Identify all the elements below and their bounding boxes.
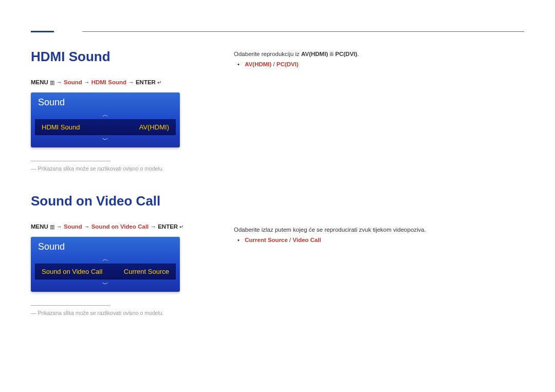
crumb-hdmi-sound: HDMI Sound bbox=[91, 79, 126, 85]
menu-icon: ▥ bbox=[50, 224, 54, 230]
separator: / bbox=[271, 61, 276, 67]
text: . bbox=[357, 51, 359, 57]
option-pc-dvi: PC(DVI) bbox=[276, 61, 299, 67]
enter-label: ENTER bbox=[136, 79, 156, 85]
menu-icon: ▥ bbox=[50, 80, 54, 85]
manual-page: HDMI Sound MENU ▥ → Sound → HDMI Sound →… bbox=[0, 0, 555, 392]
menu-label: MENU bbox=[31, 223, 48, 230]
section-hdmi-sound-left: HDMI Sound MENU ▥ → Sound → HDMI Sound →… bbox=[31, 49, 234, 172]
breadcrumb: MENU ▥ → Sound → HDMI Sound → ENTER ↵ bbox=[31, 79, 234, 85]
osd-row-sound-on-video-call: Sound on Video Call Current Source bbox=[35, 264, 176, 279]
crumb-sound: Sound bbox=[64, 79, 82, 85]
osd-title: Sound bbox=[31, 92, 180, 110]
description: Odaberite reprodukciju iz AV(HDMI) ili P… bbox=[234, 51, 524, 57]
top-rule-line bbox=[82, 31, 524, 32]
chevron-up-icon: ︿ bbox=[31, 254, 180, 264]
page-body: HDMI Sound MENU ▥ → Sound → HDMI Sound →… bbox=[31, 49, 524, 316]
bullet-dot-icon: • bbox=[234, 237, 243, 243]
osd-row-hdmi-sound: HDMI Sound AV(HDMI) bbox=[35, 119, 176, 135]
option-av-hdmi: AV(HDMI) bbox=[301, 51, 328, 57]
osd-title: Sound bbox=[31, 237, 180, 254]
option-av-hdmi: AV(HDMI) bbox=[245, 61, 271, 67]
footnote: ― Prikazana slika može se razlikovati ov… bbox=[31, 310, 234, 316]
osd-panel: Sound ︿ HDMI Sound AV(HDMI) ﹀ bbox=[31, 92, 180, 147]
bullet-dot-icon: • bbox=[234, 61, 243, 67]
top-rule bbox=[31, 31, 524, 32]
enter-icon: ↵ bbox=[157, 80, 161, 85]
crumb-sound: Sound bbox=[64, 223, 82, 230]
footnote-rule bbox=[31, 161, 110, 161]
option-bullet: • AV(HDMI) / PC(DVI) bbox=[234, 61, 524, 67]
section-sound-on-video-call-right: Odaberite izlaz putem kojeg će se reprod… bbox=[234, 227, 524, 243]
arrow: → bbox=[56, 79, 64, 85]
footnote: ― Prikazana slika može se razlikovati ov… bbox=[31, 165, 234, 172]
arrow: → bbox=[56, 223, 64, 230]
enter-label: ENTER bbox=[158, 223, 178, 230]
right-column: Odaberite reprodukciju iz AV(HDMI) ili P… bbox=[234, 49, 524, 316]
enter-icon: ↵ bbox=[179, 224, 183, 230]
chevron-down-icon: ﹀ bbox=[31, 279, 180, 289]
option-bullet: • Current Source / Video Call bbox=[234, 237, 524, 243]
chevron-down-icon: ﹀ bbox=[31, 135, 180, 144]
option-current-source: Current Source bbox=[245, 237, 288, 243]
section-title: Sound on Video Call bbox=[31, 193, 234, 209]
breadcrumb: MENU ▥ → Sound → Sound on Video Call → E… bbox=[31, 223, 234, 230]
top-rule-accent bbox=[31, 31, 54, 32]
osd-panel: Sound ︿ Sound on Video Call Current Sour… bbox=[31, 237, 180, 292]
text: Odaberite reprodukciju iz bbox=[234, 51, 301, 57]
chevron-up-icon: ︿ bbox=[31, 110, 180, 119]
section-title: HDMI Sound bbox=[31, 49, 234, 65]
option-pc-dvi: PC(DVI) bbox=[335, 51, 357, 57]
left-column: HDMI Sound MENU ▥ → Sound → HDMI Sound →… bbox=[31, 49, 234, 316]
section-hdmi-sound-right: Odaberite reprodukciju iz AV(HDMI) ili P… bbox=[234, 51, 524, 67]
separator: / bbox=[288, 237, 293, 243]
osd-row-label: Sound on Video Call bbox=[42, 268, 102, 275]
arrow: → bbox=[150, 223, 158, 230]
option-video-call: Video Call bbox=[293, 237, 321, 243]
crumb-sound-on-video-call: Sound on Video Call bbox=[91, 223, 149, 230]
arrow: → bbox=[84, 79, 91, 85]
osd-row-value: AV(HDMI) bbox=[139, 123, 169, 131]
footnote-rule bbox=[31, 305, 110, 306]
description: Odaberite izlaz putem kojeg će se reprod… bbox=[234, 227, 524, 233]
osd-row-value: Current Source bbox=[124, 268, 169, 275]
osd-row-label: HDMI Sound bbox=[42, 123, 80, 131]
text: ili bbox=[328, 51, 335, 57]
arrow: → bbox=[84, 223, 91, 230]
arrow: → bbox=[128, 79, 136, 85]
menu-label: MENU bbox=[31, 79, 48, 85]
section-sound-on-video-call-left: Sound on Video Call MENU ▥ → Sound → Sou… bbox=[31, 193, 234, 316]
